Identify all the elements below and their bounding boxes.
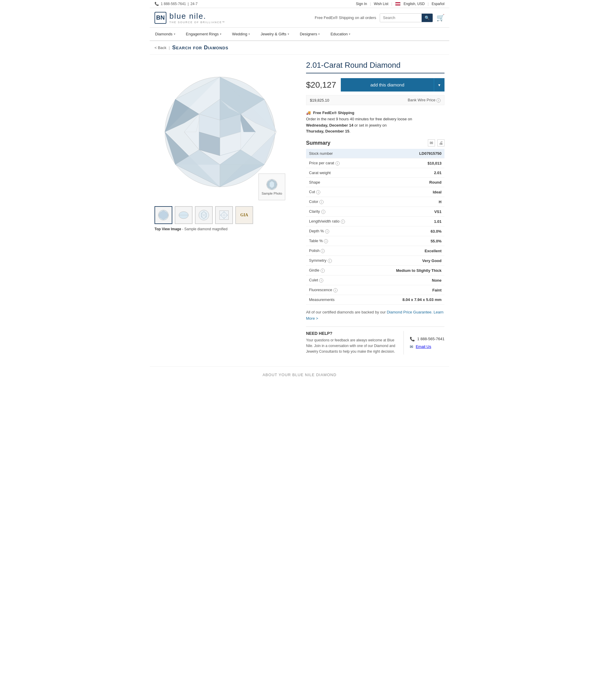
nav-diamonds[interactable]: Diamonds ▾ bbox=[150, 28, 181, 41]
summary-title: Summary bbox=[306, 140, 330, 146]
summary-icons: ✉ 🖨 bbox=[428, 139, 445, 147]
need-help-contact: 📞 1 888-565-7641 ✉ Email Us bbox=[403, 331, 445, 355]
espanol-link[interactable]: Español bbox=[432, 2, 445, 6]
price-row: $20,127 add this diamond ▾ bbox=[306, 78, 445, 92]
hours: 24-7 bbox=[191, 2, 198, 6]
info-icon[interactable]: i bbox=[321, 269, 325, 273]
header: BN blue nile. THE SOURCE OF BRILLIANCE™ … bbox=[150, 8, 449, 28]
info-icon[interactable]: i bbox=[321, 210, 325, 214]
summary-row-value: 2.01 bbox=[368, 168, 445, 178]
divider: | bbox=[428, 2, 429, 6]
summary-row-value: Faint bbox=[368, 285, 445, 295]
sample-photo-label: Sample Photo bbox=[261, 192, 282, 195]
nav-education[interactable]: Education ▾ bbox=[325, 28, 356, 41]
table-row: CutiIdeal bbox=[306, 187, 445, 197]
summary-row-label: Color bbox=[309, 199, 318, 204]
logo-area: BN blue nile. THE SOURCE OF BRILLIANCE™ bbox=[154, 11, 225, 24]
table-row: GirdleiMedium to Slightly Thick bbox=[306, 266, 445, 275]
summary-row-label: Girdle bbox=[309, 268, 319, 272]
thumbnail-2[interactable] bbox=[175, 206, 193, 224]
nav-engagement-label: Engagement Rings bbox=[186, 32, 219, 36]
nav-designers-label: Designers bbox=[300, 32, 317, 36]
phone-icon: 📞 bbox=[154, 2, 159, 6]
info-icon[interactable]: i bbox=[335, 161, 340, 166]
table-row: Measurements8.04 x 7.94 x 5.03 mm bbox=[306, 295, 445, 304]
table-row: Stock numberLD07915750 bbox=[306, 149, 445, 158]
print-icon[interactable]: 🖨 bbox=[438, 139, 445, 147]
summary-row-label: Clarity bbox=[309, 209, 320, 214]
top-bar: 📞 1 888-565-7641 | 24-7 Sign In | Wish L… bbox=[150, 0, 449, 8]
wire-price-label: Bank Wire Price i bbox=[408, 98, 441, 102]
summary-row-value: Round bbox=[368, 178, 445, 187]
price-guarantee-link[interactable]: Diamond Price Guarantee. bbox=[387, 310, 432, 314]
breadcrumb-title: Search for Diamonds bbox=[172, 45, 228, 51]
info-icon[interactable]: i bbox=[319, 200, 324, 204]
search-input[interactable] bbox=[380, 14, 422, 22]
info-icon[interactable]: i bbox=[341, 220, 345, 224]
main-nav: Diamonds ▾ Engagement Rings ▾ Wedding ▾ … bbox=[150, 28, 449, 41]
email-link[interactable]: Email Us bbox=[416, 344, 431, 349]
contact-email[interactable]: ✉ Email Us bbox=[410, 344, 445, 349]
need-help-desc: Your questions or feedback are always we… bbox=[306, 338, 398, 355]
info-icon[interactable]: i bbox=[328, 259, 332, 263]
summary-row-value: LD07915750 bbox=[368, 149, 445, 158]
info-icon[interactable]: i bbox=[325, 229, 329, 233]
sample-photo-box[interactable]: Sample Photo bbox=[258, 174, 285, 200]
info-icon[interactable]: i bbox=[316, 190, 320, 194]
truck-icon: 🚚 bbox=[306, 110, 311, 115]
contact-phone-number: 1 888-565-7641 bbox=[417, 336, 445, 341]
nav-education-label: Education bbox=[330, 32, 348, 36]
add-dropdown-button[interactable]: ▾ bbox=[434, 78, 445, 92]
cart-icon[interactable]: 🛒 bbox=[436, 14, 445, 22]
wire-price-info-icon[interactable]: i bbox=[436, 98, 441, 102]
nav-designers[interactable]: Designers ▾ bbox=[295, 28, 325, 41]
flag-icon bbox=[395, 2, 401, 6]
summary-row-value: Medium to Slightly Thick bbox=[368, 266, 445, 275]
header-right: Free FedEx® Shipping on all orders 🔍 🛒 bbox=[315, 14, 445, 22]
product-price: $20,127 bbox=[306, 80, 336, 90]
logo-text-area: blue nile. THE SOURCE OF BRILLIANCE™ bbox=[169, 11, 225, 24]
logo-name[interactable]: blue nile. bbox=[169, 11, 225, 21]
summary-row-label: Shape bbox=[309, 180, 320, 184]
info-icon[interactable]: i bbox=[333, 288, 338, 292]
sign-in-link[interactable]: Sign In bbox=[356, 2, 367, 6]
gia-logo: GIA bbox=[240, 213, 248, 218]
table-row: Depth %i63.0% bbox=[306, 226, 445, 236]
wish-list-link[interactable]: Wish List bbox=[374, 2, 388, 6]
free-shipping-text: Free FedEx® Shipping on all orders bbox=[315, 16, 376, 20]
summary-row-label: Measurements bbox=[309, 297, 334, 302]
divider: | bbox=[391, 2, 392, 6]
summary-row-label: Stock number bbox=[309, 151, 333, 156]
info-icon[interactable]: i bbox=[321, 249, 325, 253]
nav-diamonds-label: Diamonds bbox=[155, 32, 173, 36]
language-link[interactable]: English, USD bbox=[403, 2, 425, 6]
thumbnail-1[interactable] bbox=[154, 206, 172, 224]
back-link[interactable]: < Back bbox=[154, 46, 166, 50]
summary-row-label: Fluorescence bbox=[309, 288, 332, 292]
search-bar: 🔍 bbox=[380, 14, 433, 22]
nav-wedding[interactable]: Wedding ▾ bbox=[227, 28, 255, 41]
thumbnail-gia[interactable]: GIA bbox=[235, 206, 253, 224]
email-icon[interactable]: ✉ bbox=[428, 139, 435, 147]
caption-text: - Sample diamond magnified bbox=[181, 227, 228, 231]
thumbnail-4[interactable] bbox=[215, 206, 233, 224]
shipping-title: Free FedEx® Shipping bbox=[313, 110, 354, 115]
summary-row-label: Polish bbox=[309, 248, 319, 253]
product-title: 2.01-Carat Round Diamond bbox=[306, 60, 445, 73]
nav-wedding-label: Wedding bbox=[232, 32, 247, 36]
top-bar-right: Sign In | Wish List | English, USD | Esp… bbox=[356, 2, 445, 6]
summary-row-value: Excellent bbox=[368, 246, 445, 256]
need-help-text: NEED HELP? Your questions or feedback ar… bbox=[306, 331, 398, 355]
summary-row-value: Very Good bbox=[368, 256, 445, 266]
search-button[interactable]: 🔍 bbox=[422, 14, 432, 22]
divider: | bbox=[370, 2, 371, 6]
nav-engagement-rings[interactable]: Engagement Rings ▾ bbox=[181, 28, 227, 41]
info-icon[interactable]: i bbox=[319, 278, 323, 282]
footer-note: ABOUT YOUR BLUE NILE DIAMOND bbox=[150, 366, 449, 383]
thumbnail-3[interactable] bbox=[195, 206, 213, 224]
nav-jewelry-gifts[interactable]: Jewelry & Gifts ▾ bbox=[255, 28, 295, 41]
add-diamond-button[interactable]: add this diamond bbox=[341, 78, 434, 92]
summary-row-label: Length/width ratio bbox=[309, 219, 340, 223]
summary-row-value: VS1 bbox=[368, 207, 445, 217]
info-icon[interactable]: i bbox=[324, 239, 328, 243]
